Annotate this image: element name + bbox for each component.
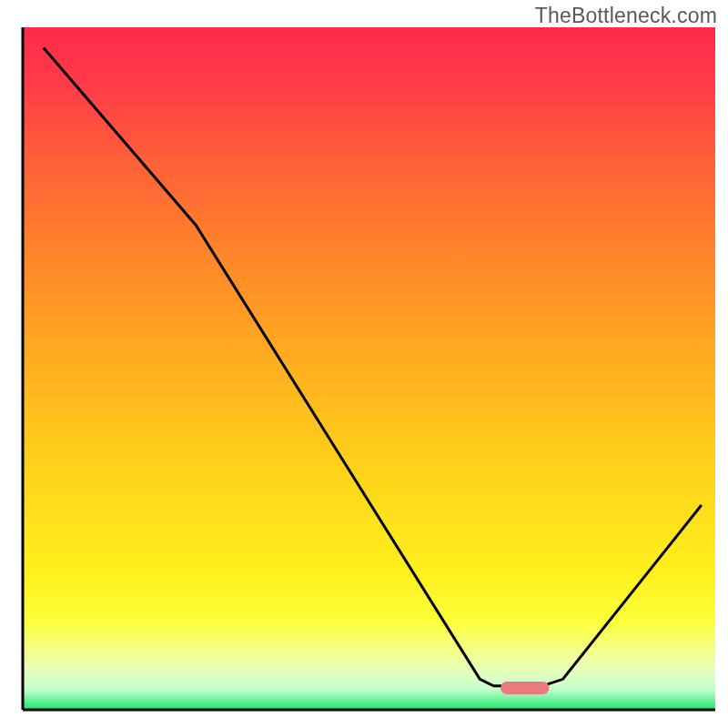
watermark-text: TheBottleneck.com [535,4,717,28]
bottleneck-curve-chart [0,0,728,728]
optimal-range-marker [500,682,549,694]
heat-gradient-background [23,27,715,710]
chart-container: TheBottleneck.com [0,0,728,728]
